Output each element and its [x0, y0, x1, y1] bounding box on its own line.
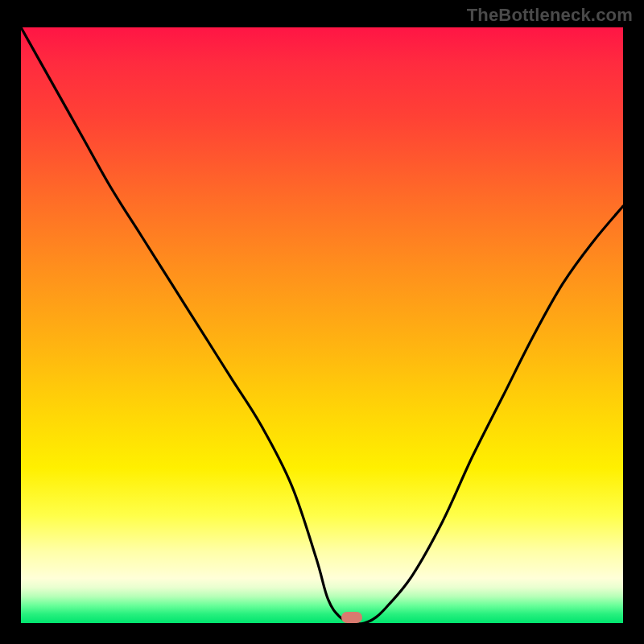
- bottleneck-curve: [21, 27, 623, 623]
- plot-area: [21, 27, 623, 623]
- chart-frame: TheBottleneck.com: [0, 0, 644, 644]
- optimum-marker: [341, 612, 362, 623]
- watermark-text: TheBottleneck.com: [467, 5, 633, 26]
